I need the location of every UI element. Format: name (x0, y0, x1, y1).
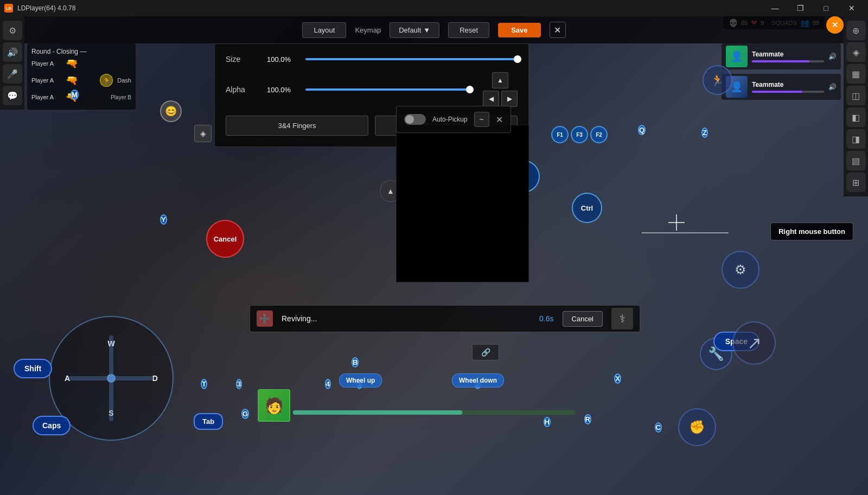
sidebar-right-btn-8[interactable]: ⊞ (846, 173, 866, 192)
sidebar-right-btn-6[interactable]: ◨ (846, 129, 866, 149)
teammate1-bar-fill (752, 60, 809, 62)
h-key[interactable]: H (544, 417, 551, 427)
link-chain-icon-area: 🔗 (472, 344, 499, 360)
action-circle-1[interactable]: ⚙ (722, 251, 760, 289)
player-b-name-2: Player A (31, 94, 61, 100)
progress-bar-fill (293, 410, 462, 415)
action-icon-3: ✊ (689, 420, 705, 435)
keymap-close-button[interactable]: ✕ (550, 22, 566, 38)
alpha-slider-fill (305, 88, 470, 91)
fingers-button[interactable]: 3&4 Fingers (226, 116, 368, 136)
action-circle-3[interactable]: ✊ (678, 408, 716, 446)
default-dropdown[interactable]: Default ▼ (390, 22, 439, 38)
restore-button[interactable]: ❐ (788, 0, 813, 16)
auto-pickup-toggle[interactable] (404, 114, 426, 125)
alpha-row: Alpha 100.0% ▲ ◀ ▶ (226, 72, 518, 107)
x-key[interactable]: X (614, 373, 621, 384)
nav-up-button[interactable]: ▲ (492, 72, 508, 88)
r-key[interactable]: R (584, 414, 591, 424)
b-key[interactable]: B (352, 357, 359, 367)
four-key[interactable]: 4 (325, 379, 331, 389)
emote-button[interactable]: 😊 (160, 100, 182, 122)
g-key[interactable]: G (241, 409, 249, 419)
teammate1-info: Teammate (752, 50, 824, 62)
maximize-button[interactable]: □ (814, 0, 838, 16)
alpha-slider-track[interactable] (305, 88, 470, 91)
alpha-slider-thumb[interactable] (466, 86, 474, 93)
teammate2-bar-fill (752, 91, 802, 93)
right-mouse-button-tooltip: Right mouse button (770, 223, 853, 240)
player-b-weapon-icon: 🔫 (66, 74, 78, 86)
sidebar-right-btn-3[interactable]: ▦ (846, 64, 866, 84)
player-row-2: Player A 🔫 🏃 Dash (31, 72, 131, 89)
shift-key[interactable]: Shift (14, 359, 52, 378)
save-button[interactable]: Save (498, 23, 540, 37)
teammate1-name: Teammate (752, 50, 824, 58)
sidebar-mic-button[interactable]: 🎤 (3, 64, 22, 84)
sniper-circle[interactable]: ↗ (732, 321, 776, 365)
wheel-up-label: Wheel up (339, 373, 382, 388)
z-key[interactable]: Z (701, 128, 708, 138)
auto-pickup-label: Auto-Pickup (432, 116, 468, 123)
layout-button[interactable]: Layout (302, 22, 346, 38)
f3-key[interactable]: F3 (571, 126, 588, 143)
direction-button[interactable]: ◈ (194, 125, 212, 142)
sidebar-settings-button[interactable]: ⚙ (3, 21, 22, 40)
minimize-button[interactable]: — (763, 0, 787, 16)
keymap-toolbar: Layout Keymap Default ▼ Reset Save ✕ (24, 16, 844, 43)
reset-button[interactable]: Reset (448, 22, 489, 38)
teammate1-vol-icon: 🔊 (828, 53, 837, 60)
sidebar-right-btn-1[interactable]: ⊕ (846, 21, 866, 40)
left-sidebar: ⚙ 🔊 🎤 💬 (0, 16, 24, 110)
joystick-v-arm (109, 335, 113, 421)
crosshair (668, 214, 685, 231)
c-key[interactable]: C (655, 422, 662, 433)
teammate-row-2: 👤 Teammate 🔊 (722, 74, 841, 100)
teammate-panel: 👤 Teammate 🔊 👤 Teammate 🔊 (722, 43, 841, 104)
sidebar-right-btn-2[interactable]: ◈ (846, 42, 866, 62)
ctrl-key[interactable]: Ctrl (572, 193, 602, 223)
teammate2-name: Teammate (752, 81, 824, 88)
player-portrait: 🧑 (258, 389, 290, 422)
close-button[interactable]: ✕ (839, 0, 864, 16)
right-sidebar: ⊕ ◈ ▦ ◫ ◧ ◨ ▤ ⊞ (844, 16, 868, 196)
reviving-cancel-button[interactable]: Cancel (563, 311, 603, 327)
teammate2-health-bar (752, 91, 824, 93)
t-key[interactable]: T (201, 379, 207, 389)
function-keys: F1 F3 F2 (551, 126, 608, 143)
cancel-button[interactable]: Cancel (206, 220, 244, 258)
dash-label: Dash (117, 77, 131, 84)
sidebar-right-btn-7[interactable]: ▤ (846, 151, 866, 170)
size-value: 100.0% (267, 55, 297, 64)
y-key[interactable]: Y (160, 214, 167, 225)
orange-close-button[interactable]: ✕ (826, 16, 844, 34)
q-key[interactable]: Q (638, 125, 646, 135)
keymap-label: Keymap (355, 26, 381, 34)
m-key[interactable]: M (71, 90, 79, 100)
size-slider-thumb[interactable] (514, 55, 521, 63)
reviving-text: Reviving... (282, 314, 531, 323)
app-title: LDPlayer(64) 4.0.78 (17, 4, 75, 12)
nav-right-button[interactable]: ▶ (501, 91, 518, 107)
tab-key[interactable]: Tab (194, 413, 223, 430)
action-icon-1: ⚙ (735, 262, 746, 277)
f1-key[interactable]: F1 (551, 126, 569, 143)
sidebar-right-btn-4[interactable]: ◫ (846, 86, 866, 105)
size-slider-track[interactable] (305, 58, 518, 60)
nav-left-button[interactable]: ◀ (483, 91, 499, 107)
caps-key[interactable]: Caps (33, 416, 71, 435)
sidebar-chat-button[interactable]: 💬 (3, 86, 22, 105)
auto-pickup-tilde-key[interactable]: ~ (474, 112, 489, 127)
size-label: Size (226, 55, 258, 64)
reviving-time: 0.6s (539, 314, 553, 323)
wheel-down-label: Wheel down (452, 373, 504, 388)
alpha-value: 100.0% (267, 86, 297, 94)
skill-circle-1[interactable]: 🏃 (703, 65, 732, 95)
f2-key[interactable]: F2 (590, 126, 608, 143)
sidebar-volume-button[interactable]: 🔊 (3, 42, 22, 62)
tooltip-arrow-line (642, 232, 729, 233)
dropdown-area[interactable] (396, 125, 529, 282)
auto-pickup-close[interactable]: ✕ (496, 115, 503, 125)
sidebar-right-btn-5[interactable]: ◧ (846, 107, 866, 127)
player-row-3: Player A 🔫 Player B (31, 89, 131, 105)
